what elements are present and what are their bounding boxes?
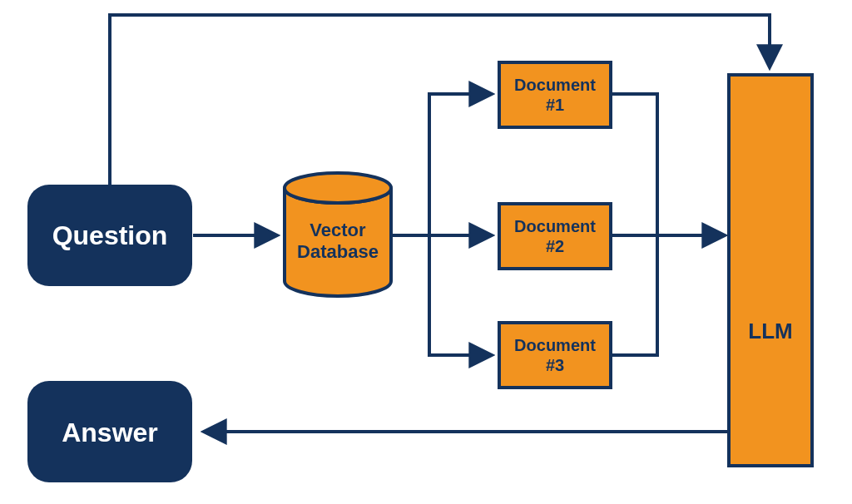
doc2-label-line2: #2 bbox=[546, 237, 564, 255]
svg-rect-3 bbox=[499, 62, 611, 127]
svg-point-2 bbox=[285, 173, 391, 203]
question-node: Question bbox=[27, 185, 192, 286]
question-label: Question bbox=[52, 220, 168, 250]
answer-node: Answer bbox=[27, 381, 192, 482]
vector-database-node: Vector Database bbox=[285, 173, 391, 296]
doc1-label-line2: #1 bbox=[546, 96, 564, 114]
rag-diagram: Question Answer Vector Database Document… bbox=[0, 0, 852, 504]
edge-vectordb-to-doc1 bbox=[429, 94, 491, 235]
doc3-label-line2: #3 bbox=[546, 356, 564, 374]
llm-node: LLM bbox=[729, 75, 812, 466]
document-3-node: Document #3 bbox=[499, 323, 611, 388]
llm-label: LLM bbox=[748, 319, 792, 343]
doc3-label-line1: Document bbox=[514, 336, 596, 354]
svg-rect-5 bbox=[499, 323, 611, 388]
edge-doc3-to-llm bbox=[612, 235, 657, 355]
svg-rect-4 bbox=[499, 204, 611, 269]
vectordb-label-line2: Database bbox=[297, 241, 379, 262]
doc2-label-line1: Document bbox=[514, 217, 596, 235]
vectordb-label-line1: Vector bbox=[310, 220, 366, 240]
edge-vectordb-to-doc3 bbox=[429, 235, 491, 355]
svg-rect-6 bbox=[729, 75, 812, 466]
answer-label: Answer bbox=[62, 418, 158, 447]
edges bbox=[110, 15, 770, 355]
document-2-node: Document #2 bbox=[499, 204, 611, 269]
doc1-label-line1: Document bbox=[514, 76, 596, 94]
edge-doc1-to-llm bbox=[612, 94, 657, 235]
edge-question-to-llm bbox=[110, 15, 770, 185]
document-1-node: Document #1 bbox=[499, 62, 611, 127]
